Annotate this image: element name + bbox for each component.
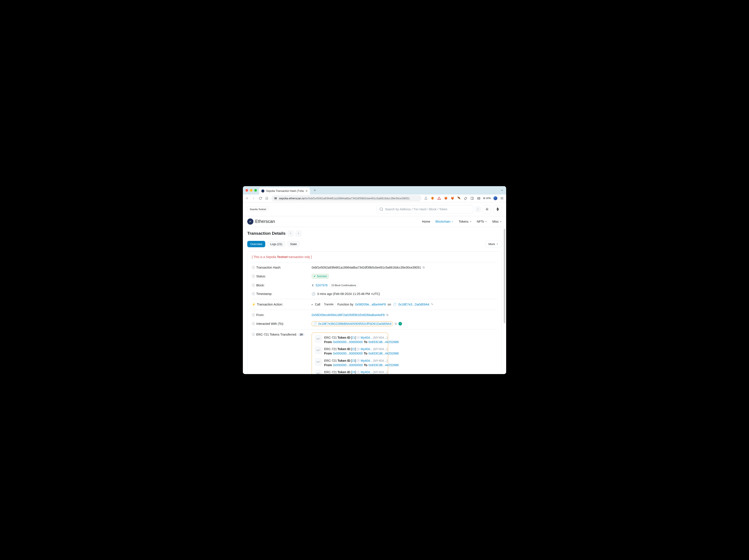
from-label: From <box>324 340 332 344</box>
token-id-label: Token ID <box>338 359 350 363</box>
block-link[interactable]: 5247976 <box>316 283 328 287</box>
tab-dropdown-button[interactable] <box>500 189 504 192</box>
nav-blockchain[interactable]: Blockchain <box>435 220 453 223</box>
action-from-link[interactable]: 0x58D09e...aBa44eF8 <box>355 303 386 306</box>
transfer-item: NFT ERC-721 Token ID [22] My404...(MY404… <box>313 345 387 357</box>
forward-button[interactable] <box>252 196 256 200</box>
extension-1-icon[interactable]: 🦊 <box>444 196 448 200</box>
sidepanel-icon[interactable] <box>470 196 474 200</box>
tab-state[interactable]: State <box>287 241 300 247</box>
transfer-to-link[interactable]: 0x833Cd8...44252686 <box>368 340 399 344</box>
help-icon[interactable]: ⓘ <box>252 313 255 317</box>
next-tx-button[interactable] <box>296 231 301 236</box>
extension-2-icon[interactable]: 🪶 <box>457 196 461 200</box>
prev-tx-button[interactable] <box>288 231 293 236</box>
transfer-to-link[interactable]: 0x833Cd8...44252686 <box>368 351 399 356</box>
copy-icon[interactable]: ⧉ <box>423 266 425 269</box>
chevron-down-icon <box>499 220 502 223</box>
logo[interactable]: Etherscan <box>247 218 275 224</box>
eth-button[interactable] <box>493 205 502 213</box>
scrollbar[interactable] <box>504 229 505 323</box>
tab-logs[interactable]: Logs (21) <box>267 241 285 247</box>
close-tab-button[interactable]: ✕ <box>305 190 308 193</box>
chevron-down-icon <box>485 220 487 223</box>
nav-misc[interactable]: Misc <box>492 220 502 223</box>
erc-label: ERC-721 <box>324 370 337 374</box>
copy-icon[interactable]: ⧉ <box>386 313 388 317</box>
action-to-link[interactable]: 0x18E7e3...Da0d09A4 <box>398 303 429 306</box>
network-badge[interactable]: Sepolia Testnet <box>247 207 269 212</box>
transfer-from-link[interactable]: 0x000000...00000000 <box>333 340 363 344</box>
help-icon[interactable]: ⓘ <box>252 332 255 337</box>
svg-rect-8 <box>478 198 480 199</box>
search-icon <box>379 207 383 211</box>
clock-icon: 🕒 <box>312 292 315 296</box>
action-call: Call <box>315 303 320 306</box>
profile-icon[interactable] <box>493 196 497 200</box>
vpn-button[interactable]: VPN <box>483 196 491 200</box>
token-name-link[interactable]: My404... <box>361 370 372 374</box>
nav-nfts[interactable]: NFTs <box>477 220 487 223</box>
token-name-link[interactable]: My404... <box>361 336 372 340</box>
row-to: ⓘ Interacted With (To): 📄 0x18E7e3b02286… <box>252 319 497 328</box>
triangle-icon[interactable] <box>437 196 441 200</box>
metamask-icon[interactable]: 🦊 <box>450 196 454 200</box>
maximize-window-button[interactable] <box>254 189 257 192</box>
chevron-down-icon <box>451 220 453 223</box>
tab-overview[interactable]: Overview <box>247 241 265 247</box>
token-symbol: (MY404...) <box>373 336 387 340</box>
token-id-link[interactable]: 21 <box>352 336 356 339</box>
svg-line-13 <box>382 210 383 211</box>
from-link[interactable]: 0x58D09ecd499A1d6F2a0269f361Ee6DbbaBa44e… <box>312 313 385 317</box>
bookmark-button[interactable] <box>265 196 269 200</box>
transfer-from-link[interactable]: 0x000000...00000000 <box>333 363 363 367</box>
reload-button[interactable] <box>258 196 262 200</box>
help-icon[interactable]: ⓘ <box>252 322 255 326</box>
menu-icon[interactable] <box>500 196 504 200</box>
help-icon[interactable]: ⓘ <box>252 274 255 278</box>
chevron-down-icon <box>469 220 472 223</box>
nav-links: Home Blockchain Tokens NFTs Misc <box>422 220 502 223</box>
url-text: sepolia.etherscan.io/tx/0xbf1e5092a93fe6… <box>279 197 410 200</box>
address-bar[interactable]: sepolia.etherscan.io/tx/0xbf1e5092a93fe6… <box>272 195 421 201</box>
tabs-icon[interactable] <box>477 196 480 200</box>
shield-icon[interactable] <box>431 196 434 200</box>
coin-icon <box>357 347 360 351</box>
nft-icon: NFT <box>315 347 322 354</box>
token-id-link[interactable]: 22 <box>352 347 356 351</box>
chevron-down-icon <box>496 243 498 245</box>
caret-icon: ▸ <box>312 303 313 306</box>
share-icon[interactable] <box>424 196 428 200</box>
logo-text: Etherscan <box>255 219 275 224</box>
page-title: Transaction Details <box>247 231 285 236</box>
transfer-from-link[interactable]: 0x000000...00000000 <box>333 351 363 356</box>
token-id-link[interactable]: 23 <box>352 359 356 362</box>
help-icon[interactable]: ⓘ <box>252 292 255 296</box>
token-name-link[interactable]: My404... <box>361 359 372 363</box>
to-link[interactable]: 0x18E7e3b02286bB6A405909552cfFbD61Da0d09… <box>318 322 391 325</box>
token-name-link[interactable]: My404... <box>361 347 372 351</box>
close-window-button[interactable] <box>245 189 248 192</box>
new-tab-button[interactable]: + <box>312 188 318 193</box>
nav-tokens[interactable]: Tokens <box>459 220 471 223</box>
theme-toggle-button[interactable] <box>483 205 491 213</box>
nft-icon: NFT <box>315 359 322 366</box>
transfer-to-link[interactable]: 0x833Cd8...44252686 <box>368 363 399 367</box>
extensions-button[interactable] <box>464 196 468 200</box>
copy-icon[interactable]: ⧉ <box>395 322 397 325</box>
more-button[interactable]: More <box>485 241 502 247</box>
row-timestamp: ⓘ Timestamp: 🕒 3 mins ago (Feb-08-2024 1… <box>252 290 497 298</box>
edit-icon[interactable]: ✎ <box>431 303 433 306</box>
token-id-link[interactable]: 24 <box>352 370 356 374</box>
back-button[interactable] <box>245 196 249 200</box>
to-highlight-box: 📄 0x18E7e3b02286bB6A405909552cfFbD61Da0d… <box>312 321 393 326</box>
help-icon[interactable]: ⓘ <box>252 283 255 287</box>
svg-marker-4 <box>438 197 441 199</box>
coin-icon <box>357 359 360 362</box>
browser-tab[interactable]: Sepolia Transaction Hash (Txha ✕ <box>259 188 310 194</box>
search-input[interactable]: Search by Address / Txn Hash / Block / T… <box>377 205 473 213</box>
window-controls <box>245 189 257 192</box>
help-icon[interactable]: ⓘ <box>252 265 255 270</box>
nav-home[interactable]: Home <box>422 220 430 223</box>
minimize-window-button[interactable] <box>250 189 253 192</box>
